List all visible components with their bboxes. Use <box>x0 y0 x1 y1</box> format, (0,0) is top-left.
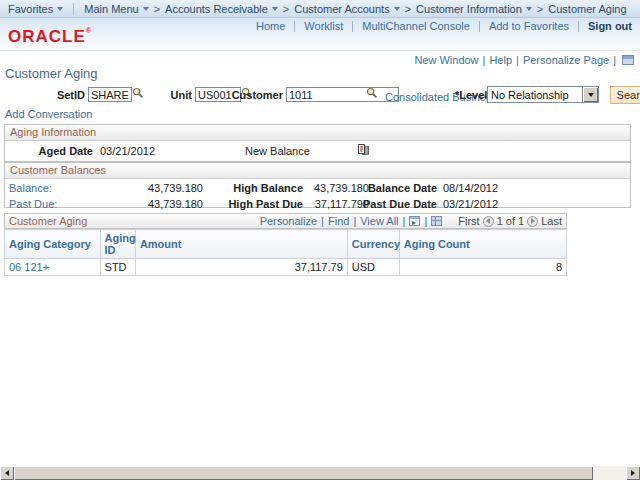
amount-cell: 37,117.79 <box>135 259 347 276</box>
aging-category-link[interactable]: 06 121+ <box>9 261 49 273</box>
peoplesoft-window: Favorites Main Menu > Accounts Receivabl… <box>0 0 640 480</box>
separator <box>479 21 480 32</box>
recalculate-icon[interactable] <box>357 143 370 158</box>
past-due-link[interactable]: Past Due: <box>9 198 57 210</box>
search-button[interactable]: Search <box>610 86 640 104</box>
personalize-page-link[interactable]: Personalize Page <box>523 54 609 66</box>
column-aging-category[interactable]: Aging Category <box>5 230 101 259</box>
level-label: *Level <box>455 89 487 101</box>
breadcrumb-label: Customer Aging <box>548 3 626 15</box>
find-link[interactable]: Find <box>328 215 349 227</box>
aging-id-cell: STD <box>100 259 135 276</box>
aging-information-section: Aging Information Aged Date 03/21/2012 N… <box>4 124 631 162</box>
aging-information-header: Aging Information <box>5 125 630 141</box>
level-select-value: No Relationship <box>491 89 569 101</box>
column-aging-id[interactable]: Aging ID <box>100 230 135 259</box>
add-conversation-link[interactable]: Add Conversation <box>5 108 92 120</box>
column-aging-count[interactable]: Aging Count <box>399 230 566 259</box>
help-link[interactable]: Help <box>489 54 512 66</box>
favorites-menu-label: Favorites <box>8 3 53 15</box>
breadcrumb-customer-accounts[interactable]: Customer Accounts <box>294 3 399 15</box>
oracle-logo: ORACLE® <box>8 27 92 47</box>
customer-label: Customer <box>225 89 283 101</box>
dropdown-arrow-icon[interactable] <box>582 87 598 102</box>
main-menu[interactable]: Main Menu <box>84 3 148 15</box>
download-icon[interactable] <box>409 216 420 226</box>
page-action-bar: New Window | Help | Personalize Page | <box>414 54 634 66</box>
customer-aging-table: Aging Category Aging ID Amount Currency … <box>4 229 567 276</box>
separator <box>352 21 353 32</box>
past-due-date-label: Past Due Date <box>350 198 437 210</box>
add-to-favorites-link[interactable]: Add to Favorites <box>489 20 569 32</box>
table-header-row: Aging Category Aging ID Amount Currency … <box>5 230 567 259</box>
currency-cell: USD <box>347 259 399 276</box>
main-menu-label: Main Menu <box>84 3 138 15</box>
separator: | <box>516 54 519 66</box>
chevron-down-icon <box>57 7 63 11</box>
customer-balances-section: Customer Balances Balance: 43,739.180 Hi… <box>4 162 631 208</box>
chevron-down-icon <box>272 7 278 11</box>
breadcrumb-separator: > <box>283 3 289 15</box>
column-amount[interactable]: Amount <box>135 230 347 259</box>
level-select[interactable]: No Relationship <box>487 86 599 103</box>
grid-title: Customer Aging <box>9 215 87 227</box>
breadcrumb-customer-aging[interactable]: Customer Aging <box>548 3 626 15</box>
personalize-link[interactable]: Personalize <box>260 215 317 227</box>
separator: | <box>613 54 616 66</box>
home-link[interactable]: Home <box>256 20 285 32</box>
customer-aging-grid: Customer Aging Personalize | Find | View… <box>4 213 567 276</box>
unit-label: Unit <box>135 89 192 101</box>
high-past-due-label: High Past Due <box>215 198 303 210</box>
scrollbar-thumb[interactable] <box>14 466 593 480</box>
worklist-link[interactable]: Worklist <box>304 20 343 32</box>
portal-header: Home Worklist MultiChannel Console Add t… <box>0 18 640 51</box>
separator <box>578 21 579 32</box>
separator: | <box>483 54 486 66</box>
breadcrumb-label: Customer Accounts <box>294 3 389 15</box>
favorites-menu[interactable]: Favorites <box>8 3 63 15</box>
breadcrumb-label: Customer Information <box>416 3 522 15</box>
past-due-date-value: 03/21/2012 <box>443 198 498 210</box>
page-counter: 1 of 1 <box>497 215 525 227</box>
high-balance-label: High Balance <box>215 182 303 194</box>
key-fields-row: SetID Unit Customer Consolidated Busines… <box>0 86 640 106</box>
first-label: First <box>458 215 479 227</box>
aging-count-cell: 8 <box>399 259 566 276</box>
new-window-link[interactable]: New Window <box>414 54 478 66</box>
balance-value: 43,739.180 <box>115 182 203 194</box>
scroll-right-icon[interactable] <box>626 466 640 480</box>
sign-out-link[interactable]: Sign out <box>588 20 632 32</box>
breadcrumb: Favorites Main Menu > Accounts Receivabl… <box>0 0 640 18</box>
new-balance-label: New Balance <box>245 145 310 157</box>
separator: | <box>424 215 427 227</box>
view-all-link[interactable]: View All <box>360 215 398 227</box>
page-title: Customer Aging <box>5 66 98 81</box>
portal-links: Home Worklist MultiChannel Console Add t… <box>256 20 632 32</box>
customer-input[interactable] <box>286 87 399 102</box>
breadcrumb-customer-information[interactable]: Customer Information <box>416 3 532 15</box>
column-currency[interactable]: Currency <box>347 230 399 259</box>
aged-date-value: 03/21/2012 <box>100 145 155 157</box>
past-due-value: 43,739.180 <box>115 198 203 210</box>
breadcrumb-label: Accounts Receivable <box>165 3 268 15</box>
breadcrumb-accounts-receivable[interactable]: Accounts Receivable <box>165 3 278 15</box>
zoom-grid-icon[interactable] <box>431 216 442 226</box>
previous-page-icon[interactable] <box>483 216 494 227</box>
multichannel-console-link[interactable]: MultiChannel Console <box>362 20 470 32</box>
next-page-icon[interactable] <box>527 216 538 227</box>
chevron-down-icon <box>394 7 400 11</box>
setid-label: SetID <box>20 89 85 101</box>
setid-input[interactable] <box>88 87 132 102</box>
balance-link[interactable]: Balance: <box>9 182 52 194</box>
grid-toolbar: Personalize | Find | View All | | <box>260 215 443 227</box>
separator <box>73 3 74 15</box>
customer-lookup-icon[interactable] <box>366 87 378 101</box>
copy-url-icon[interactable] <box>622 55 634 65</box>
scroll-left-icon[interactable] <box>0 466 14 480</box>
separator: | <box>403 215 406 227</box>
separator: | <box>321 215 324 227</box>
chevron-down-icon <box>526 7 532 11</box>
horizontal-scrollbar[interactable] <box>0 466 640 480</box>
customer-aging-grid-header: Customer Aging Personalize | Find | View… <box>4 213 567 229</box>
separator <box>294 21 295 32</box>
